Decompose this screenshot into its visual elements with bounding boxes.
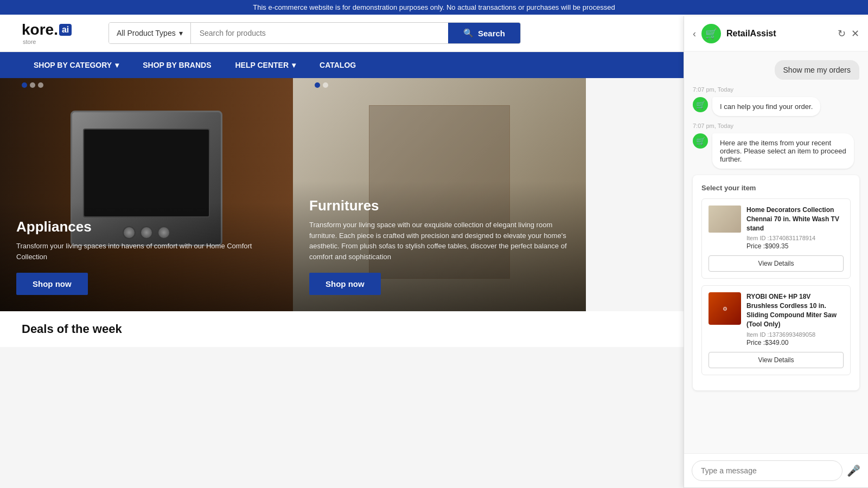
view-details-button-2[interactable]: View Details — [709, 352, 844, 368]
chat-header-actions: ↻ ✕ — [838, 28, 859, 40]
select-item-card: Select your item Home Decorators Collect… — [693, 175, 859, 390]
chat-widget: ‹ 🛒 RetailAssist ↻ ✕ Show me my orders 7… — [684, 16, 868, 488]
product-row-1: Home Decorators Collection Chennai 70 in… — [709, 206, 844, 250]
banner-text: This e-commerce website is for demonstra… — [253, 3, 615, 11]
bot-avatar-1: 🛒 — [693, 97, 708, 112]
chat-bot-avatar: 🛒 — [701, 24, 721, 43]
chat-message-input[interactable] — [692, 460, 843, 481]
chat-back-button[interactable]: ‹ — [693, 28, 696, 40]
search-icon: 🔍 — [463, 28, 474, 38]
slide-furnitures-overlay: Furnitures Transform your living space w… — [293, 181, 586, 311]
product-price-2: Price :$349.00 — [746, 339, 844, 346]
nav-catalog-label: CATALOG — [320, 61, 356, 69]
user-message-bubble: Show me my orders — [775, 60, 859, 80]
chat-title: RetailAssist — [726, 29, 832, 38]
nav-shop-by-brands[interactable]: SHOP BY BRANDS — [131, 52, 223, 78]
nav-shop-by-brands-label: SHOP BY BRANDS — [143, 61, 211, 69]
product-id-1: Item ID :13740831178914 — [746, 235, 844, 241]
nav-shop-by-category[interactable]: SHOP BY CATEGORY ▾ — [22, 52, 131, 78]
furnitures-shop-now-button[interactable]: Shop now — [309, 273, 381, 295]
product-image-2: ⚙ — [709, 292, 741, 325]
dot-1 — [22, 82, 27, 88]
nav-help-center-label: HELP CENTER — [235, 61, 289, 69]
timestamp-1: 7:07 pm, Today — [693, 86, 859, 93]
dot-2 — [30, 82, 35, 88]
slide-appliances-desc: Transform your living spaces into havens… — [16, 241, 277, 262]
product-image-1 — [709, 206, 741, 233]
chat-close-button[interactable]: ✕ — [851, 28, 859, 40]
view-details-button-1[interactable]: View Details — [709, 255, 844, 272]
slide-appliances: Appliances Transform your living spaces … — [0, 78, 293, 311]
chat-refresh-button[interactable]: ↻ — [838, 28, 846, 40]
top-banner: This e-commerce website is for demonstra… — [0, 0, 868, 15]
slide-1-dots — [22, 82, 43, 88]
nav-help-center[interactable]: HELP CENTER ▾ — [223, 52, 308, 78]
mic-button[interactable]: 🎤 — [847, 464, 860, 477]
search-bar: All Product Types ▾ 🔍 Search — [108, 22, 521, 44]
search-button[interactable]: 🔍 Search — [448, 23, 520, 43]
bot-avatar-2: 🛒 — [693, 133, 708, 149]
slide-furnitures-title: Furnitures — [309, 197, 570, 214]
dot-2 — [323, 82, 328, 88]
dot-3 — [38, 82, 43, 88]
product-types-dropdown[interactable]: All Product Types ▾ — [109, 23, 191, 43]
bot-bubble-1: I can help you find your order. — [712, 97, 820, 116]
dot-1 — [315, 82, 320, 88]
chat-header: ‹ 🛒 RetailAssist ↻ ✕ — [684, 16, 868, 52]
bot-reply-2-group: 7:07 pm, Today 🛒 Here are the items from… — [693, 123, 859, 169]
hero-carousel: Appliances Transform your living spaces … — [0, 78, 586, 311]
slide-2-dots — [315, 82, 328, 88]
logo-store: store — [23, 38, 98, 45]
product-info-1: Home Decorators Collection Chennai 70 in… — [746, 206, 844, 250]
slide-appliances-title: Appliances — [16, 219, 277, 235]
product-card-1: Home Decorators Collection Chennai 70 in… — [701, 198, 851, 279]
product-price-1: Price :$909.35 — [746, 242, 844, 250]
slide-appliances-overlay: Appliances Transform your living spaces … — [0, 202, 293, 311]
logo-ai: ai — [59, 24, 72, 36]
product-name-1: Home Decorators Collection Chennai 70 in… — [746, 206, 844, 233]
bot-row-2: 🛒 Here are the items from your recent or… — [693, 133, 859, 169]
timestamp-2: 7:07 pm, Today — [693, 123, 859, 129]
user-message-group: Show me my orders — [693, 60, 859, 80]
product-id-2: Item ID :13736993489058 — [746, 331, 844, 338]
chevron-down-icon: ▾ — [292, 61, 296, 69]
nav-catalog[interactable]: CATALOG — [308, 52, 368, 78]
saw-icon: ⚙ — [723, 306, 727, 312]
bot-bubble-2: Here are the items from your recent orde… — [712, 133, 854, 169]
select-item-label: Select your item — [701, 184, 851, 192]
search-input[interactable] — [191, 23, 448, 43]
product-types-label: All Product Types — [117, 29, 176, 37]
slide-furnitures-desc: Transform your living space with our exq… — [309, 220, 570, 262]
chevron-down-icon: ▾ — [179, 29, 183, 37]
chat-footer: 🎤 — [684, 453, 868, 487]
product-card-2: ⚙ RYOBI ONE+ HP 18V Brushless Cordless 1… — [701, 285, 851, 375]
bot-row-1: 🛒 I can help you find your order. — [693, 97, 859, 116]
mic-icon: 🎤 — [847, 465, 860, 477]
bot-reply-1-group: 7:07 pm, Today 🛒 I can help you find you… — [693, 86, 859, 116]
product-info-2: RYOBI ONE+ HP 18V Brushless Cordless 10 … — [746, 292, 844, 346]
chat-body: Show me my orders 7:07 pm, Today 🛒 I can… — [684, 52, 868, 453]
logo-kore: kore. — [22, 21, 58, 38]
search-btn-label: Search — [478, 29, 505, 38]
product-row-2: ⚙ RYOBI ONE+ HP 18V Brushless Cordless 1… — [709, 292, 844, 346]
slide-furnitures: Furnitures Transform your living space w… — [293, 78, 586, 311]
logo-text: kore. ai — [22, 21, 98, 38]
chevron-down-icon: ▾ — [115, 61, 119, 69]
product-name-2: RYOBI ONE+ HP 18V Brushless Cordless 10 … — [746, 292, 844, 329]
logo[interactable]: kore. ai store — [22, 21, 98, 45]
nav-shop-by-category-label: SHOP BY CATEGORY — [34, 61, 112, 69]
appliances-shop-now-button[interactable]: Shop now — [16, 273, 88, 295]
